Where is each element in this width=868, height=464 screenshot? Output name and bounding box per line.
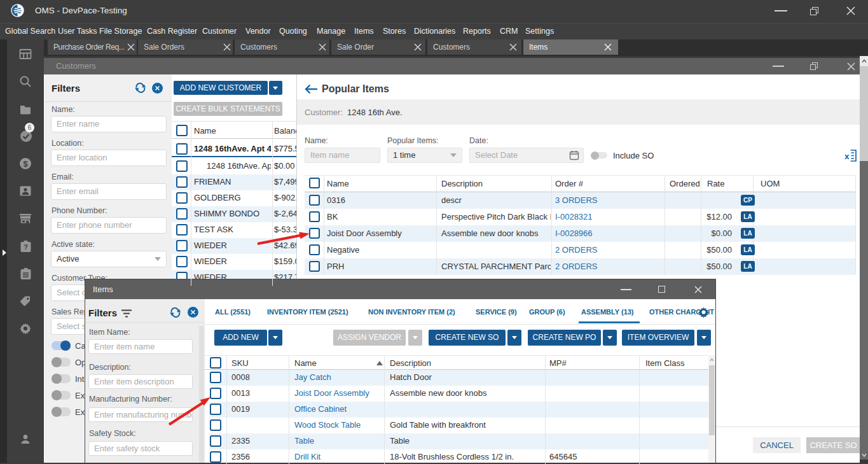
svg-text:?: ? [24, 243, 28, 251]
svg-text:$: $ [23, 159, 28, 169]
svg-text:x: x [844, 151, 850, 161]
